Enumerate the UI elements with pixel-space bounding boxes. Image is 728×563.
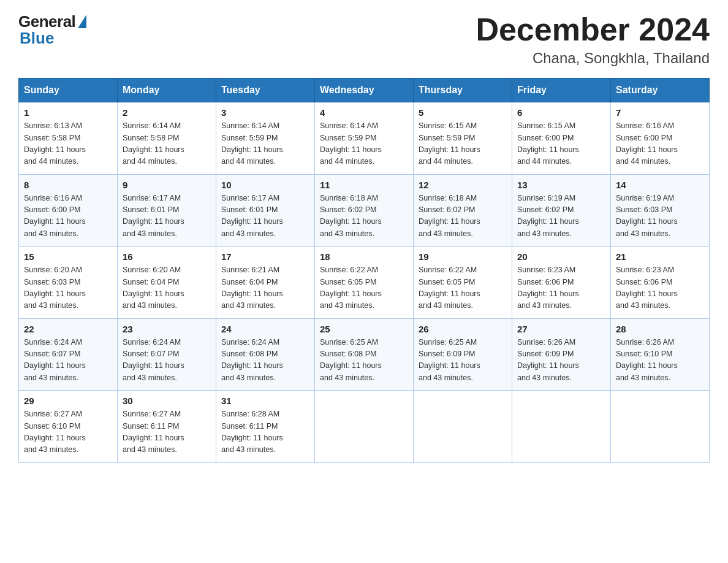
day-header-thursday: Thursday	[414, 79, 512, 102]
day-info: Sunrise: 6:24 AM Sunset: 6:07 PM Dayligh…	[24, 337, 112, 385]
calendar-cell	[611, 391, 710, 463]
day-info: Sunrise: 6:14 AM Sunset: 5:59 PM Dayligh…	[320, 120, 408, 168]
calendar-cell: 9 Sunrise: 6:17 AM Sunset: 6:01 PM Dayli…	[118, 174, 216, 247]
day-info: Sunrise: 6:27 AM Sunset: 6:10 PM Dayligh…	[24, 408, 112, 456]
day-header-tuesday: Tuesday	[216, 79, 315, 102]
day-number: 17	[221, 251, 309, 262]
day-info: Sunrise: 6:28 AM Sunset: 6:11 PM Dayligh…	[221, 408, 309, 456]
page-header: General Blue December 2024 Chana, Songkh…	[18, 12, 710, 67]
day-info: Sunrise: 6:24 AM Sunset: 6:08 PM Dayligh…	[221, 337, 309, 385]
location-title: Chana, Songkhla, Thailand	[476, 50, 710, 67]
day-number: 5	[419, 107, 507, 118]
calendar-cell: 8 Sunrise: 6:16 AM Sunset: 6:00 PM Dayli…	[19, 174, 118, 247]
calendar-cell: 5 Sunrise: 6:15 AM Sunset: 5:59 PM Dayli…	[414, 102, 512, 175]
day-number: 22	[24, 324, 112, 334]
day-number: 9	[123, 180, 211, 190]
logo: General Blue	[18, 12, 86, 48]
day-number: 11	[320, 180, 408, 190]
title-block: December 2024 Chana, Songkhla, Thailand	[476, 12, 710, 67]
day-header-wednesday: Wednesday	[315, 79, 414, 102]
calendar-cell: 16 Sunrise: 6:20 AM Sunset: 6:04 PM Dayl…	[118, 247, 216, 319]
day-number: 12	[419, 180, 507, 190]
calendar-cell: 6 Sunrise: 6:15 AM Sunset: 6:00 PM Dayli…	[512, 102, 611, 175]
calendar-week-row: 8 Sunrise: 6:16 AM Sunset: 6:00 PM Dayli…	[19, 174, 710, 247]
day-number: 18	[320, 251, 408, 262]
day-info: Sunrise: 6:17 AM Sunset: 6:01 PM Dayligh…	[123, 193, 211, 240]
day-info: Sunrise: 6:20 AM Sunset: 6:03 PM Dayligh…	[24, 264, 112, 312]
calendar-cell: 10 Sunrise: 6:17 AM Sunset: 6:01 PM Dayl…	[216, 174, 315, 247]
day-info: Sunrise: 6:18 AM Sunset: 6:02 PM Dayligh…	[320, 193, 408, 240]
day-info: Sunrise: 6:19 AM Sunset: 6:03 PM Dayligh…	[616, 193, 704, 240]
calendar-cell: 15 Sunrise: 6:20 AM Sunset: 6:03 PM Dayl…	[19, 247, 118, 319]
calendar-cell: 29 Sunrise: 6:27 AM Sunset: 6:10 PM Dayl…	[19, 391, 118, 463]
day-number: 25	[320, 324, 408, 334]
calendar-cell: 3 Sunrise: 6:14 AM Sunset: 5:59 PM Dayli…	[216, 102, 315, 175]
day-info: Sunrise: 6:27 AM Sunset: 6:11 PM Dayligh…	[123, 408, 211, 456]
day-number: 6	[517, 107, 605, 118]
calendar-cell: 20 Sunrise: 6:23 AM Sunset: 6:06 PM Dayl…	[512, 247, 611, 319]
calendar-cell: 13 Sunrise: 6:19 AM Sunset: 6:02 PM Dayl…	[512, 174, 611, 247]
day-number: 8	[24, 180, 112, 190]
day-header-friday: Friday	[512, 79, 611, 102]
day-info: Sunrise: 6:19 AM Sunset: 6:02 PM Dayligh…	[517, 193, 605, 240]
day-info: Sunrise: 6:18 AM Sunset: 6:02 PM Dayligh…	[419, 193, 507, 240]
day-info: Sunrise: 6:17 AM Sunset: 6:01 PM Dayligh…	[221, 193, 309, 240]
day-info: Sunrise: 6:16 AM Sunset: 6:00 PM Dayligh…	[616, 120, 704, 168]
calendar-cell: 17 Sunrise: 6:21 AM Sunset: 6:04 PM Dayl…	[216, 247, 315, 319]
calendar-cell: 19 Sunrise: 6:22 AM Sunset: 6:05 PM Dayl…	[414, 247, 512, 319]
calendar-cell: 7 Sunrise: 6:16 AM Sunset: 6:00 PM Dayli…	[611, 102, 710, 175]
calendar-cell: 14 Sunrise: 6:19 AM Sunset: 6:03 PM Dayl…	[611, 174, 710, 247]
day-number: 13	[517, 180, 605, 190]
day-number: 31	[221, 396, 309, 406]
calendar-week-row: 29 Sunrise: 6:27 AM Sunset: 6:10 PM Dayl…	[19, 391, 710, 463]
day-number: 29	[24, 396, 112, 406]
day-info: Sunrise: 6:16 AM Sunset: 6:00 PM Dayligh…	[24, 193, 112, 240]
day-number: 3	[221, 107, 309, 118]
day-header-sunday: Sunday	[19, 79, 118, 102]
day-info: Sunrise: 6:23 AM Sunset: 6:06 PM Dayligh…	[616, 264, 704, 312]
day-number: 26	[419, 324, 507, 334]
calendar-cell: 31 Sunrise: 6:28 AM Sunset: 6:11 PM Dayl…	[216, 391, 315, 463]
calendar-cell: 1 Sunrise: 6:13 AM Sunset: 5:58 PM Dayli…	[19, 102, 118, 175]
calendar-week-row: 22 Sunrise: 6:24 AM Sunset: 6:07 PM Dayl…	[19, 318, 710, 391]
day-number: 20	[517, 251, 605, 262]
calendar-cell	[315, 391, 414, 463]
day-number: 2	[123, 107, 211, 118]
logo-triangle-icon	[78, 15, 86, 28]
day-info: Sunrise: 6:13 AM Sunset: 5:58 PM Dayligh…	[24, 120, 112, 168]
calendar-cell: 24 Sunrise: 6:24 AM Sunset: 6:08 PM Dayl…	[216, 318, 315, 391]
day-info: Sunrise: 6:25 AM Sunset: 6:08 PM Dayligh…	[320, 337, 408, 385]
day-info: Sunrise: 6:26 AM Sunset: 6:10 PM Dayligh…	[616, 337, 704, 385]
calendar-week-row: 1 Sunrise: 6:13 AM Sunset: 5:58 PM Dayli…	[19, 102, 710, 175]
calendar-cell: 25 Sunrise: 6:25 AM Sunset: 6:08 PM Dayl…	[315, 318, 414, 391]
day-info: Sunrise: 6:23 AM Sunset: 6:06 PM Dayligh…	[517, 264, 605, 312]
day-number: 21	[616, 251, 704, 262]
calendar-table: SundayMondayTuesdayWednesdayThursdayFrid…	[18, 78, 710, 463]
day-info: Sunrise: 6:26 AM Sunset: 6:09 PM Dayligh…	[517, 337, 605, 385]
day-number: 7	[616, 107, 704, 118]
calendar-cell: 12 Sunrise: 6:18 AM Sunset: 6:02 PM Dayl…	[414, 174, 512, 247]
calendar-cell: 11 Sunrise: 6:18 AM Sunset: 6:02 PM Dayl…	[315, 174, 414, 247]
calendar-cell: 2 Sunrise: 6:14 AM Sunset: 5:58 PM Dayli…	[118, 102, 216, 175]
calendar-cell: 18 Sunrise: 6:22 AM Sunset: 6:05 PM Dayl…	[315, 247, 414, 319]
calendar-week-row: 15 Sunrise: 6:20 AM Sunset: 6:03 PM Dayl…	[19, 247, 710, 319]
day-number: 4	[320, 107, 408, 118]
day-info: Sunrise: 6:20 AM Sunset: 6:04 PM Dayligh…	[123, 264, 211, 312]
day-info: Sunrise: 6:15 AM Sunset: 6:00 PM Dayligh…	[517, 120, 605, 168]
calendar-cell: 27 Sunrise: 6:26 AM Sunset: 6:09 PM Dayl…	[512, 318, 611, 391]
day-info: Sunrise: 6:14 AM Sunset: 5:59 PM Dayligh…	[221, 120, 309, 168]
day-number: 1	[24, 107, 112, 118]
day-info: Sunrise: 6:22 AM Sunset: 6:05 PM Dayligh…	[419, 264, 507, 312]
calendar-cell: 21 Sunrise: 6:23 AM Sunset: 6:06 PM Dayl…	[611, 247, 710, 319]
day-number: 24	[221, 324, 309, 334]
logo-blue-text: Blue	[20, 29, 54, 48]
month-title: December 2024	[476, 12, 710, 47]
day-number: 19	[419, 251, 507, 262]
day-info: Sunrise: 6:15 AM Sunset: 5:59 PM Dayligh…	[419, 120, 507, 168]
day-number: 27	[517, 324, 605, 334]
day-info: Sunrise: 6:25 AM Sunset: 6:09 PM Dayligh…	[419, 337, 507, 385]
day-number: 10	[221, 180, 309, 190]
day-header-saturday: Saturday	[611, 79, 710, 102]
day-number: 14	[616, 180, 704, 190]
day-info: Sunrise: 6:24 AM Sunset: 6:07 PM Dayligh…	[123, 337, 211, 385]
